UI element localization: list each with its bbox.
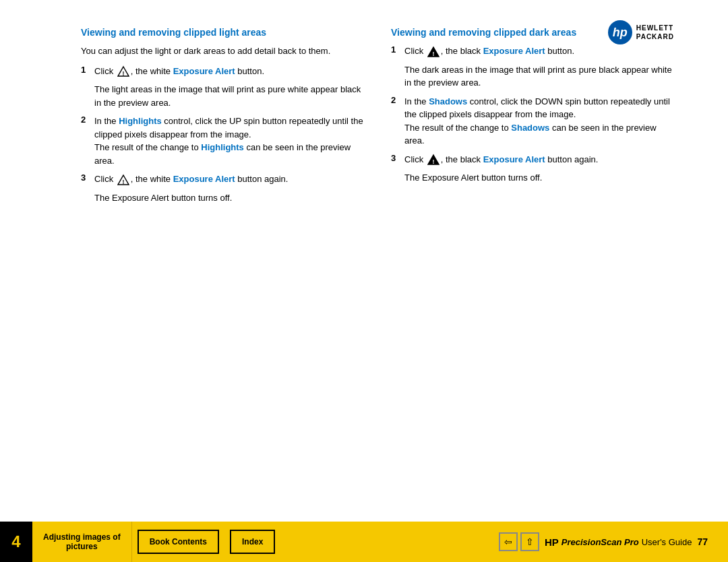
- footer-right: ⇦ ⇧ HP PrecisionScan Pro User's Guide 77: [499, 532, 728, 551]
- left-step-2: 2 In the Highlights control, click the U…: [81, 115, 364, 167]
- exposure-alert-highlight-l3: Exposure Alert: [173, 174, 235, 184]
- step-number-2: 2: [81, 115, 90, 167]
- white-alert-icon-2: !: [117, 174, 129, 186]
- index-button[interactable]: Index: [230, 530, 275, 554]
- left-step-1: 1 Click ! , the white Exposure Alert but…: [81, 65, 364, 78]
- right-step-2-content: In the Shadows control, click the DOWN s…: [404, 95, 674, 148]
- nav-label-line2: pictures: [66, 542, 98, 551]
- left-step-1-sub: The light areas in the image that will p…: [94, 83, 364, 109]
- step-2-content: In the Highlights control, click the UP …: [94, 115, 364, 167]
- step-1-content: Click ! , the white Exposure Alert butto…: [94, 65, 364, 78]
- left-section-title: Viewing and removing clipped light areas: [81, 27, 364, 38]
- right-step-3-content: Click ! , the black Exposure Alert butto…: [404, 153, 674, 166]
- right-step-1-content: Click ! , the black Exposure Alert butto…: [404, 44, 674, 58]
- right-section-title: Viewing and removing clipped dark areas: [391, 27, 674, 38]
- step-number-1: 1: [81, 65, 90, 78]
- next-page-button[interactable]: ⇧: [520, 532, 539, 551]
- exposure-alert-highlight-l1: Exposure Alert: [173, 66, 235, 76]
- nav-label: Adjusting images of pictures: [32, 522, 132, 562]
- left-column: Viewing and removing clipped light areas…: [81, 27, 364, 508]
- right-step-2: 2 In the Shadows control, click the DOWN…: [391, 95, 674, 148]
- white-alert-icon: !: [117, 65, 129, 77]
- guide-text: User's Guide: [642, 537, 692, 547]
- left-step-3: 3 Click ! , the white Exposure Alert but…: [81, 173, 364, 186]
- exposure-alert-highlight-r3b: Exposure Alert: [422, 173, 479, 183]
- navigation-arrows: ⇦ ⇧: [499, 532, 539, 551]
- right-step-number-1: 1: [391, 44, 400, 58]
- svg-text:!: !: [122, 70, 124, 77]
- exposure-alert-highlight-r3: Exposure Alert: [483, 154, 545, 164]
- right-step-3: 3 Click ! , the black Exposure Alert but…: [391, 153, 674, 166]
- book-contents-button[interactable]: Book Contents: [138, 530, 219, 554]
- right-column: Viewing and removing clipped dark areas …: [391, 27, 674, 508]
- right-step-1: 1 Click ! , the black Exposure Alert but…: [391, 44, 674, 58]
- black-alert-icon: !: [427, 46, 439, 58]
- right-step-1-sub: The dark areas in the image that will pr…: [404, 63, 674, 90]
- product-name: PrecisionScan Pro: [562, 537, 639, 547]
- svg-text:!: !: [432, 50, 434, 57]
- right-step-3-sub: The Exposure Alert button turns off.: [404, 171, 674, 185]
- black-alert-icon-2: !: [427, 154, 439, 166]
- prev-page-button[interactable]: ⇦: [499, 532, 518, 551]
- highlights-highlight-l2b: Highlights: [201, 142, 244, 152]
- exposure-alert-highlight-r1: Exposure Alert: [483, 46, 545, 56]
- right-step-number-3: 3: [391, 153, 400, 166]
- exposure-alert-highlight-l3b: Exposure Alert: [112, 193, 169, 203]
- highlights-highlight-l2: Highlights: [119, 116, 162, 126]
- left-intro: You can adjust the light or dark areas t…: [81, 44, 364, 58]
- step-number-3: 3: [81, 173, 90, 186]
- chapter-number: 4: [0, 522, 32, 562]
- left-step-3-sub: The Exposure Alert button turns off.: [94, 191, 364, 205]
- page-number: 77: [697, 536, 708, 547]
- step-3-content: Click ! , the white Exposure Alert butto…: [94, 173, 364, 186]
- shadows-highlight-r2b: Shadows: [511, 123, 549, 133]
- right-step-number-2: 2: [391, 95, 400, 148]
- nav-label-line1: Adjusting images of: [43, 532, 121, 542]
- shadows-highlight-r2: Shadows: [429, 96, 467, 106]
- svg-text:!: !: [122, 178, 124, 185]
- footer-bar: 4 Adjusting images of pictures Book Cont…: [0, 522, 728, 562]
- product-info: HP PrecisionScan Pro User's Guide: [545, 536, 692, 548]
- hp-label: HP: [545, 536, 559, 548]
- page-content: Viewing and removing clipped light areas…: [0, 0, 728, 522]
- svg-text:!: !: [432, 158, 434, 165]
